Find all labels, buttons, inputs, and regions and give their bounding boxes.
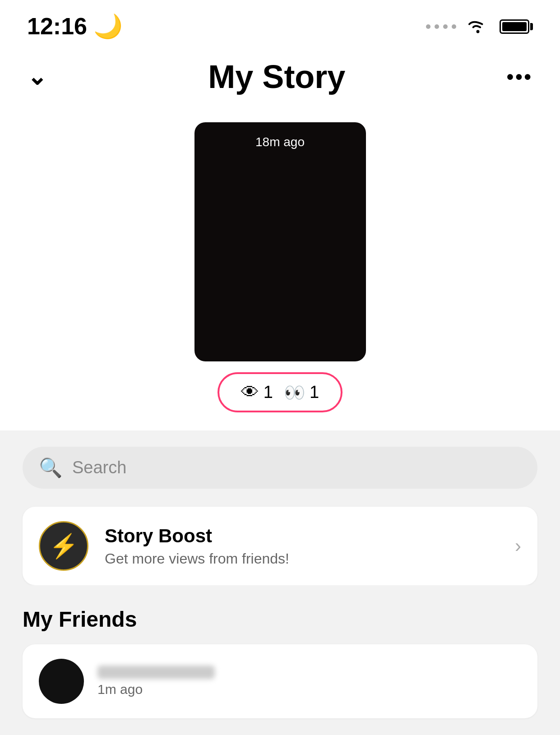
back-button[interactable]: ⌄ bbox=[27, 65, 47, 88]
boost-subtitle: Get more views from friends! bbox=[105, 550, 499, 567]
battery-icon bbox=[500, 19, 533, 34]
signal-icon bbox=[426, 24, 456, 29]
status-bar: 12:16 🌙 bbox=[0, 0, 560, 45]
story-boost-card[interactable]: ⚡ Story Boost Get more views from friend… bbox=[23, 507, 537, 585]
eye-icon: 👁 bbox=[241, 382, 259, 402]
boost-title: Story Boost bbox=[105, 525, 499, 547]
story-stats-pill[interactable]: 👁 1 👀 1 bbox=[218, 372, 342, 412]
search-bar[interactable]: 🔍 Search bbox=[23, 447, 537, 489]
story-timestamp: 18m ago bbox=[255, 135, 305, 149]
story-section: 18m ago 👁 1 👀 1 bbox=[0, 109, 560, 430]
header: ⌄ My Story ••• bbox=[0, 45, 560, 109]
page-title: My Story bbox=[208, 58, 345, 95]
friend-list-item[interactable]: 1m ago bbox=[23, 644, 537, 718]
more-options-button[interactable]: ••• bbox=[507, 65, 533, 88]
lightning-icon: ⚡ bbox=[49, 532, 79, 560]
boost-chevron-icon: › bbox=[515, 535, 521, 557]
friends-section: My Friends 1m ago bbox=[0, 585, 560, 718]
svg-point-0 bbox=[477, 30, 480, 33]
boost-text-group: Story Boost Get more views from friends! bbox=[105, 525, 499, 567]
friend-info: 1m ago bbox=[97, 666, 215, 697]
search-icon: 🔍 bbox=[39, 457, 62, 479]
cards-section: ⚡ Story Boost Get more views from friend… bbox=[0, 489, 560, 585]
screenshot-count: 1 bbox=[310, 383, 319, 402]
view-count: 1 bbox=[264, 383, 273, 402]
boost-icon-circle: ⚡ bbox=[39, 521, 88, 571]
friends-section-title: My Friends bbox=[23, 607, 537, 632]
friend-avatar bbox=[39, 659, 84, 704]
wifi-icon bbox=[466, 17, 490, 36]
search-section: 🔍 Search bbox=[0, 430, 560, 489]
friend-name-blurred bbox=[97, 666, 215, 679]
friend-time: 1m ago bbox=[97, 682, 215, 697]
eyes-icon: 👀 bbox=[284, 383, 305, 402]
search-placeholder: Search bbox=[72, 458, 126, 477]
screenshot-count-stat: 👀 1 bbox=[284, 383, 319, 402]
view-count-stat: 👁 1 bbox=[241, 382, 273, 402]
story-thumbnail[interactable]: 18m ago bbox=[194, 122, 366, 361]
status-right-icons bbox=[426, 17, 533, 36]
status-time: 12:16 🌙 bbox=[27, 13, 123, 40]
moon-icon: 🌙 bbox=[93, 13, 123, 39]
